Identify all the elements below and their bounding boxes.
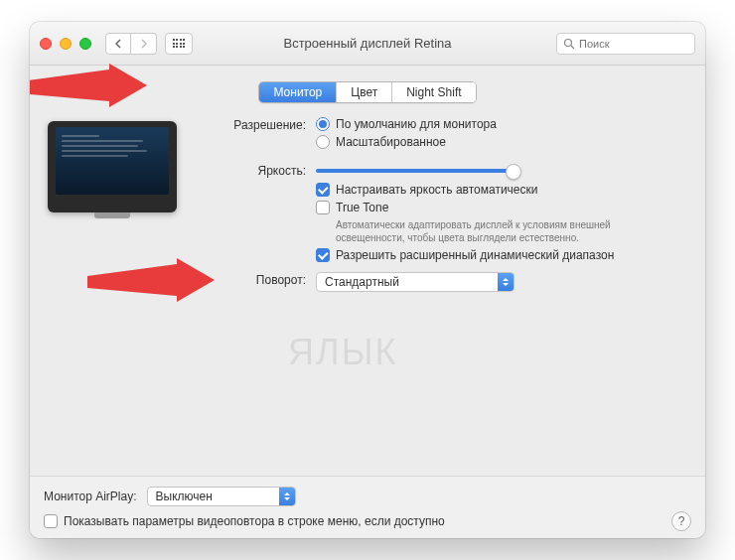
brightness-slider[interactable]	[316, 169, 514, 173]
chevron-right-icon	[140, 39, 147, 49]
true-tone-checkbox[interactable]: True Tone	[316, 201, 687, 214]
show-mirroring-label: Показывать параметры видеоповтора в стро…	[64, 514, 445, 528]
true-tone-description: Автоматически адаптировать дисплей к усл…	[316, 218, 624, 244]
show-mirroring-checkbox[interactable]: Показывать параметры видеоповтора в стро…	[44, 514, 445, 528]
preferences-window: Встроенный дисплей Retina Монитор Цвет N…	[30, 22, 705, 538]
titlebar: Встроенный дисплей Retina	[30, 22, 705, 66]
bottom-panel: Монитор AirPlay: Выключен Показывать пар…	[30, 476, 705, 538]
grid-icon	[173, 39, 186, 48]
segmented-control: Монитор Цвет Night Shift	[258, 81, 476, 103]
svg-point-0	[565, 39, 572, 46]
zoom-button[interactable]	[79, 38, 91, 50]
airplay-value: Выключен	[156, 490, 213, 503]
svg-marker-2	[30, 64, 147, 107]
radio-icon	[316, 135, 330, 149]
resolution-scaled-option[interactable]: Масштабированное	[316, 135, 687, 149]
select-arrows-icon	[279, 488, 295, 505]
edr-label: Разрешить расширенный динамический диапа…	[336, 248, 614, 262]
airplay-label: Монитор AirPlay:	[44, 490, 137, 503]
search-input[interactable]	[579, 38, 688, 50]
rotation-select[interactable]: Стандартный	[316, 272, 514, 292]
radio-icon	[316, 117, 330, 131]
rotation-label: Поворот:	[187, 272, 306, 287]
tab-bar: Монитор Цвет Night Shift	[30, 81, 705, 103]
tab-night-shift[interactable]: Night Shift	[392, 82, 475, 102]
tab-color[interactable]: Цвет	[337, 82, 392, 102]
show-all-button[interactable]	[165, 33, 193, 55]
checkbox-icon	[316, 248, 330, 262]
select-arrows-icon	[498, 273, 514, 291]
checkbox-icon	[44, 514, 58, 528]
minimize-button[interactable]	[60, 38, 72, 50]
edr-checkbox[interactable]: Разрешить расширенный динамический диапа…	[316, 248, 687, 262]
airplay-select[interactable]: Выключен	[147, 487, 296, 506]
auto-brightness-checkbox[interactable]: Настраивать яркость автоматически	[316, 183, 687, 197]
forward-button[interactable]	[131, 33, 157, 55]
content-area: Разрешение: По умолчанию для монитора Ма…	[30, 103, 705, 476]
resolution-label: Разрешение:	[187, 117, 306, 132]
svg-line-1	[571, 46, 574, 49]
back-button[interactable]	[105, 33, 131, 55]
auto-brightness-label: Настраивать яркость автоматически	[336, 183, 538, 197]
help-button[interactable]: ?	[671, 511, 691, 531]
display-thumbnail	[48, 117, 177, 476]
resolution-default-label: По умолчанию для монитора	[336, 117, 497, 131]
rotation-value: Стандартный	[325, 275, 399, 289]
close-button[interactable]	[40, 38, 52, 50]
nav-buttons	[105, 33, 157, 55]
window-controls	[40, 38, 91, 50]
brightness-label: Яркость:	[187, 163, 306, 178]
checkbox-icon	[316, 183, 330, 197]
chevron-left-icon	[115, 39, 122, 49]
search-field[interactable]	[556, 33, 695, 55]
search-icon	[563, 38, 575, 50]
checkbox-icon	[316, 201, 330, 214]
resolution-scaled-label: Масштабированное	[336, 135, 446, 149]
true-tone-label: True Tone	[336, 201, 388, 214]
tab-monitor[interactable]: Монитор	[259, 82, 337, 102]
resolution-default-option[interactable]: По умолчанию для монитора	[316, 117, 687, 131]
settings-form: Разрешение: По умолчанию для монитора Ма…	[187, 117, 687, 476]
